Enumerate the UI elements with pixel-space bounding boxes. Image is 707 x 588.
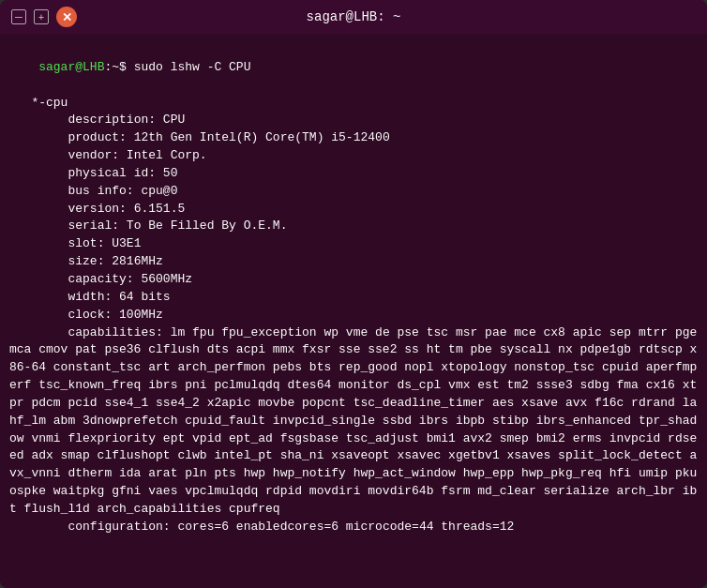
window-controls[interactable]: ─ + ✕ bbox=[11, 7, 77, 27]
terminal-line: width: 64 bits bbox=[9, 289, 698, 307]
terminal-line: size: 2816MHz bbox=[9, 253, 698, 271]
terminal-line: vendor: Intel Corp. bbox=[9, 147, 698, 165]
terminal-line: product: 12th Gen Intel(R) Core(TM) i5-1… bbox=[9, 129, 698, 147]
terminal-line: description: CPU bbox=[9, 112, 698, 129]
terminal-line: serial: To Be Filled By O.E.M. bbox=[9, 218, 698, 235]
terminal-line: clock: 100MHz bbox=[9, 307, 698, 324]
terminal-output: *-cpu description: CPU product: 12th Gen… bbox=[9, 95, 698, 536]
terminal-line: bus info: cpu@0 bbox=[9, 183, 698, 201]
terminal-body[interactable]: sagar@LHB:~$ sudo lshw -C CPU *-cpu desc… bbox=[0, 34, 707, 588]
prompt-user: sagar@LHB bbox=[38, 60, 104, 74]
terminal-window: ─ + ✕ sagar@LHB: ~ sagar@LHB:~$ sudo lsh… bbox=[0, 0, 707, 588]
terminal-line: capacity: 5600MHz bbox=[9, 271, 698, 289]
titlebar: ─ + ✕ sagar@LHB: ~ bbox=[0, 0, 707, 34]
minimize-button[interactable]: ─ bbox=[11, 9, 26, 24]
command-text: sudo lshw -C CPU bbox=[127, 60, 251, 74]
terminal-prompt2: sagar@LHB:~$ bbox=[9, 571, 698, 588]
maximize-button[interactable]: + bbox=[34, 9, 49, 24]
terminal-line: capabilities: lm fpu fpu_exception wp vm… bbox=[9, 324, 698, 519]
terminal-line: slot: U3E1 bbox=[9, 235, 698, 253]
window-title: sagar@LHB: ~ bbox=[307, 9, 401, 24]
close-button[interactable]: ✕ bbox=[56, 7, 77, 27]
prompt-sep: :~$ bbox=[104, 60, 126, 74]
terminal-line: configuration: cores=6 enabledcores=6 mi… bbox=[9, 519, 698, 536]
terminal-line: version: 6.151.5 bbox=[9, 201, 698, 219]
terminal-line: *-cpu bbox=[9, 95, 698, 113]
terminal-line: physical id: 50 bbox=[9, 165, 698, 183]
